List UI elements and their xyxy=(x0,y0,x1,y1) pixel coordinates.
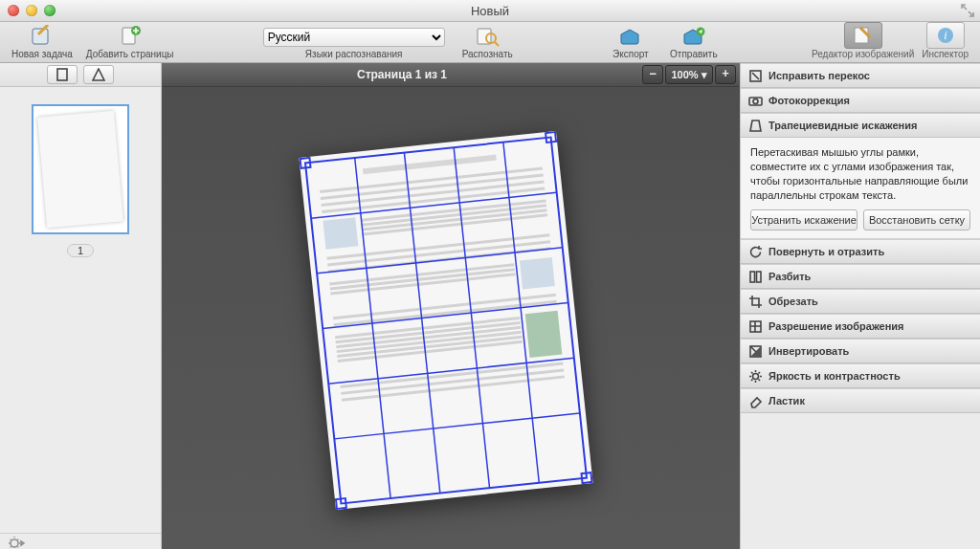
image-editor-tab[interactable]: Редактор изображений xyxy=(808,22,918,60)
send-button[interactable]: Отправить xyxy=(665,25,723,60)
svg-point-10 xyxy=(11,539,18,547)
invert-icon xyxy=(748,344,763,359)
new-task-label: Новая задача xyxy=(11,49,73,59)
camera-icon xyxy=(748,94,763,108)
svg-point-32 xyxy=(753,373,759,379)
gear-icon[interactable] xyxy=(8,536,25,549)
titlebar: Новый xyxy=(0,0,980,22)
scanned-page xyxy=(299,130,592,509)
section-rotate-label: Повернуть и отразить xyxy=(768,246,884,257)
svg-rect-29 xyxy=(757,272,762,282)
section-keystone-label: Трапециевидные искажения xyxy=(768,120,917,131)
zoom-out-button[interactable]: − xyxy=(642,65,663,84)
thumbnail-list: 1 xyxy=(0,87,161,533)
section-photofix[interactable]: Фотокоррекция xyxy=(741,88,980,113)
eraser-icon xyxy=(748,394,763,408)
reset-grid-button[interactable]: Восстановить сетку xyxy=(863,209,970,231)
canvas-area: Страница 1 из 1 − 100% ▾ + xyxy=(162,63,740,549)
split-icon xyxy=(748,270,763,284)
warnings-view-button[interactable] xyxy=(83,65,114,84)
new-task-button[interactable]: Новая задача xyxy=(8,25,77,60)
section-eraser[interactable]: Ластик xyxy=(741,388,980,413)
crop-icon xyxy=(748,295,763,309)
inspector-tab[interactable]: i Инспектор xyxy=(918,22,972,60)
svg-rect-28 xyxy=(750,272,755,282)
fullscreen-icon[interactable] xyxy=(961,4,974,17)
send-label: Отправить xyxy=(670,49,718,59)
language-label: Языки распознавания xyxy=(305,49,403,59)
resolution-icon xyxy=(748,319,763,334)
section-invert-label: Инвертировать xyxy=(768,345,849,357)
section-eraser-label: Ластик xyxy=(768,395,805,406)
section-keystone[interactable]: Трапециевидные искажения xyxy=(741,113,980,138)
zoom-value[interactable]: 100% ▾ xyxy=(665,65,713,84)
page-number-badge: 1 xyxy=(67,244,94,257)
section-invert[interactable]: Инвертировать xyxy=(741,339,980,363)
keystone-help-text: Перетаскивая мышью углы рамки, совместит… xyxy=(750,145,970,202)
export-icon xyxy=(617,25,644,48)
warning-view-icon xyxy=(92,68,105,81)
svg-text:i: i xyxy=(944,29,947,42)
section-brightness[interactable]: Яркость и контрастность xyxy=(741,363,980,388)
keystone-panel-body: Перетаскивая мышью углы рамки, совместит… xyxy=(741,138,980,239)
section-photofix-label: Фотокоррекция xyxy=(768,95,850,106)
window-title: Новый xyxy=(0,4,980,18)
inspector-label: Инспектор xyxy=(922,49,969,59)
section-brightness-label: Яркость и контрастность xyxy=(768,370,901,382)
send-icon xyxy=(680,25,707,48)
page-viewport[interactable] xyxy=(162,87,740,549)
svg-rect-9 xyxy=(57,69,67,80)
section-deskew-label: Исправить перекос xyxy=(768,70,870,81)
section-deskew[interactable]: Исправить перекос xyxy=(741,63,980,88)
image-editor-icon xyxy=(853,26,874,45)
section-split-label: Разбить xyxy=(768,271,811,282)
language-selector: Русский Языки распознавания xyxy=(263,28,445,59)
add-pages-icon xyxy=(117,25,144,48)
section-split[interactable]: Разбить xyxy=(741,264,980,289)
export-button[interactable]: Экспорт xyxy=(602,25,659,60)
image-editor-label: Редактор изображений xyxy=(812,49,914,59)
inspector-icon: i xyxy=(935,26,956,45)
add-pages-button[interactable]: Добавить страницы xyxy=(82,25,178,60)
language-select[interactable]: Русский xyxy=(263,28,445,47)
thumbnail-sidebar: 1 xyxy=(0,63,162,549)
export-label: Экспорт xyxy=(612,49,649,59)
section-rotate[interactable]: Повернуть и отразить xyxy=(741,239,980,264)
zoom-in-button[interactable]: + xyxy=(715,65,736,84)
thumbnails-view-button[interactable] xyxy=(47,65,78,84)
page-thumbnail[interactable] xyxy=(32,104,129,234)
magnifier-icon xyxy=(474,25,501,48)
add-pages-label: Добавить страницы xyxy=(86,49,174,59)
recognize-label: Распознать xyxy=(462,49,513,59)
new-task-icon xyxy=(29,25,56,48)
section-resolution-label: Разрешение изображения xyxy=(768,320,904,332)
editor-panel: Исправить перекос Фотокоррекция Трапецие… xyxy=(740,63,980,549)
svg-point-27 xyxy=(753,99,758,103)
rotate-icon xyxy=(748,245,763,259)
page-indicator: Страница 1 из 1 xyxy=(162,68,642,81)
canvas-toolbar: Страница 1 из 1 − 100% ▾ + xyxy=(162,63,740,87)
main-toolbar: Новая задача Добавить страницы Русский Я… xyxy=(0,22,980,63)
keystone-icon xyxy=(748,119,763,133)
page-view-icon xyxy=(56,68,69,81)
brightness-icon xyxy=(748,369,763,384)
section-resolution[interactable]: Разрешение изображения xyxy=(741,314,980,339)
deskew-icon xyxy=(748,69,763,83)
recognize-button[interactable]: Распознать xyxy=(458,25,517,60)
content-area: 1 Страница 1 из 1 − 100% ▾ + xyxy=(0,63,980,549)
section-crop[interactable]: Обрезать xyxy=(741,289,980,314)
section-crop-label: Обрезать xyxy=(768,296,818,307)
fix-distortion-button[interactable]: Устранить искажение xyxy=(750,209,858,231)
